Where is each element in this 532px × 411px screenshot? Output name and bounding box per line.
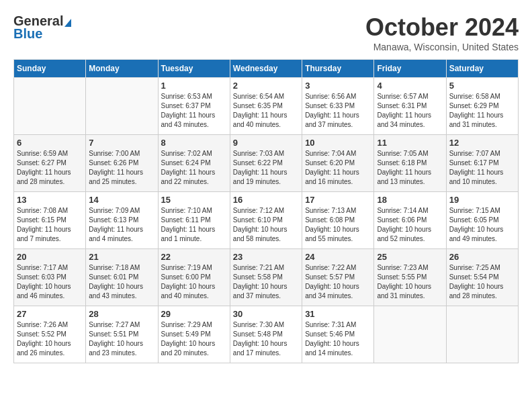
calendar-cell: 12Sunrise: 7:07 AMSunset: 6:17 PMDayligh…: [446, 135, 518, 192]
day-number: 7: [89, 138, 154, 148]
day-number: 3: [305, 81, 371, 91]
day-number: 12: [449, 138, 515, 148]
cell-info: Sunrise: 6:53 AMSunset: 6:37 PMDaylight:…: [161, 92, 227, 130]
calendar-week-row: 6Sunrise: 6:59 AMSunset: 6:27 PMDaylight…: [14, 135, 519, 192]
calendar-cell: 19Sunrise: 7:15 AMSunset: 6:05 PMDayligh…: [446, 192, 518, 249]
weekday-header: Sunday: [14, 60, 86, 78]
logo-blue-text: Blue: [13, 26, 42, 42]
weekday-header: Thursday: [302, 60, 374, 78]
cell-info: Sunrise: 7:07 AMSunset: 6:17 PMDaylight:…: [449, 149, 515, 187]
cell-info: Sunrise: 7:29 AMSunset: 5:49 PMDaylight:…: [161, 320, 227, 358]
calendar-cell: 21Sunrise: 7:18 AMSunset: 6:01 PMDayligh…: [86, 249, 158, 306]
title-area: October 2024 Manawa, Wisconsin, United S…: [365, 13, 519, 52]
calendar-cell: 17Sunrise: 7:13 AMSunset: 6:08 PMDayligh…: [302, 192, 374, 249]
cell-info: Sunrise: 7:14 AMSunset: 6:06 PMDaylight:…: [377, 206, 443, 244]
calendar-week-row: 1Sunrise: 6:53 AMSunset: 6:37 PMDaylight…: [14, 78, 519, 135]
calendar-cell: 1Sunrise: 6:53 AMSunset: 6:37 PMDaylight…: [158, 78, 230, 135]
cell-info: Sunrise: 6:58 AMSunset: 6:29 PMDaylight:…: [449, 92, 515, 130]
cell-info: Sunrise: 6:59 AMSunset: 6:27 PMDaylight:…: [17, 149, 83, 187]
calendar-cell: 15Sunrise: 7:10 AMSunset: 6:11 PMDayligh…: [158, 192, 230, 249]
cell-info: Sunrise: 6:54 AMSunset: 6:35 PMDaylight:…: [233, 92, 299, 130]
day-number: 25: [377, 252, 443, 262]
day-number: 23: [233, 252, 299, 262]
calendar-week-row: 13Sunrise: 7:08 AMSunset: 6:15 PMDayligh…: [14, 192, 519, 249]
calendar-cell: 5Sunrise: 6:58 AMSunset: 6:29 PMDaylight…: [446, 78, 518, 135]
calendar-cell: 13Sunrise: 7:08 AMSunset: 6:15 PMDayligh…: [14, 192, 86, 249]
calendar-week-row: 20Sunrise: 7:17 AMSunset: 6:03 PMDayligh…: [14, 249, 519, 306]
day-number: 31: [305, 309, 371, 319]
calendar-cell: 7Sunrise: 7:00 AMSunset: 6:26 PMDaylight…: [86, 135, 158, 192]
day-number: 13: [17, 195, 83, 205]
cell-info: Sunrise: 7:00 AMSunset: 6:26 PMDaylight:…: [89, 149, 154, 187]
calendar-cell: 24Sunrise: 7:22 AMSunset: 5:57 PMDayligh…: [302, 249, 374, 306]
day-number: 15: [161, 195, 227, 205]
calendar-cell: 4Sunrise: 6:57 AMSunset: 6:31 PMDaylight…: [374, 78, 446, 135]
cell-info: Sunrise: 7:04 AMSunset: 6:20 PMDaylight:…: [305, 149, 371, 187]
weekday-header: Monday: [86, 60, 158, 78]
day-number: 18: [377, 195, 443, 205]
day-number: 27: [17, 309, 83, 319]
calendar-cell: 30Sunrise: 7:30 AMSunset: 5:48 PMDayligh…: [230, 306, 302, 363]
calendar-cell: 28Sunrise: 7:27 AMSunset: 5:51 PMDayligh…: [86, 306, 158, 363]
cell-info: Sunrise: 7:10 AMSunset: 6:11 PMDaylight:…: [161, 206, 227, 244]
day-number: 1: [161, 81, 227, 91]
calendar-cell: [86, 78, 158, 135]
calendar-cell: 14Sunrise: 7:09 AMSunset: 6:13 PMDayligh…: [86, 192, 158, 249]
day-number: 26: [449, 252, 515, 262]
day-number: 19: [449, 195, 515, 205]
calendar-cell: 2Sunrise: 6:54 AMSunset: 6:35 PMDaylight…: [230, 78, 302, 135]
cell-info: Sunrise: 7:17 AMSunset: 6:03 PMDaylight:…: [17, 263, 83, 301]
cell-info: Sunrise: 7:31 AMSunset: 5:46 PMDaylight:…: [305, 320, 371, 358]
calendar-cell: [374, 306, 446, 363]
cell-info: Sunrise: 7:19 AMSunset: 6:00 PMDaylight:…: [161, 263, 227, 301]
weekday-header: Saturday: [446, 60, 518, 78]
cell-info: Sunrise: 7:23 AMSunset: 5:55 PMDaylight:…: [377, 263, 443, 301]
cell-info: Sunrise: 7:12 AMSunset: 6:10 PMDaylight:…: [233, 206, 299, 244]
day-number: 9: [233, 138, 299, 148]
day-number: 28: [89, 309, 154, 319]
day-number: 4: [377, 81, 443, 91]
cell-info: Sunrise: 7:30 AMSunset: 5:48 PMDaylight:…: [233, 320, 299, 358]
calendar-cell: 3Sunrise: 6:56 AMSunset: 6:33 PMDaylight…: [302, 78, 374, 135]
cell-info: Sunrise: 7:03 AMSunset: 6:22 PMDaylight:…: [233, 149, 299, 187]
weekday-header: Wednesday: [230, 60, 302, 78]
calendar-cell: [446, 306, 518, 363]
day-number: 2: [233, 81, 299, 91]
calendar-week-row: 27Sunrise: 7:26 AMSunset: 5:52 PMDayligh…: [14, 306, 519, 363]
day-number: 17: [305, 195, 371, 205]
calendar-cell: 27Sunrise: 7:26 AMSunset: 5:52 PMDayligh…: [14, 306, 86, 363]
cell-info: Sunrise: 7:25 AMSunset: 5:54 PMDaylight:…: [449, 263, 515, 301]
day-number: 21: [89, 252, 154, 262]
calendar-cell: 9Sunrise: 7:03 AMSunset: 6:22 PMDaylight…: [230, 135, 302, 192]
month-title: October 2024: [365, 13, 519, 42]
day-number: 30: [233, 309, 299, 319]
calendar-cell: 10Sunrise: 7:04 AMSunset: 6:20 PMDayligh…: [302, 135, 374, 192]
calendar-cell: 22Sunrise: 7:19 AMSunset: 6:00 PMDayligh…: [158, 249, 230, 306]
weekday-header-row: SundayMondayTuesdayWednesdayThursdayFrid…: [14, 60, 519, 78]
logo: General Blue: [13, 13, 71, 42]
day-number: 6: [17, 138, 83, 148]
cell-info: Sunrise: 6:57 AMSunset: 6:31 PMDaylight:…: [377, 92, 443, 130]
calendar-cell: 11Sunrise: 7:05 AMSunset: 6:18 PMDayligh…: [374, 135, 446, 192]
day-number: 8: [161, 138, 227, 148]
calendar-cell: [14, 78, 86, 135]
cell-info: Sunrise: 6:56 AMSunset: 6:33 PMDaylight:…: [305, 92, 371, 130]
cell-info: Sunrise: 7:22 AMSunset: 5:57 PMDaylight:…: [305, 263, 371, 301]
calendar-cell: 18Sunrise: 7:14 AMSunset: 6:06 PMDayligh…: [374, 192, 446, 249]
weekday-header: Friday: [374, 60, 446, 78]
day-number: 16: [233, 195, 299, 205]
day-number: 20: [17, 252, 83, 262]
calendar-cell: 29Sunrise: 7:29 AMSunset: 5:49 PMDayligh…: [158, 306, 230, 363]
cell-info: Sunrise: 7:18 AMSunset: 6:01 PMDaylight:…: [89, 263, 154, 301]
calendar-cell: 26Sunrise: 7:25 AMSunset: 5:54 PMDayligh…: [446, 249, 518, 306]
cell-info: Sunrise: 7:09 AMSunset: 6:13 PMDaylight:…: [89, 206, 154, 244]
day-number: 29: [161, 309, 227, 319]
calendar-cell: 8Sunrise: 7:02 AMSunset: 6:24 PMDaylight…: [158, 135, 230, 192]
calendar-cell: 31Sunrise: 7:31 AMSunset: 5:46 PMDayligh…: [302, 306, 374, 363]
location: Manawa, Wisconsin, United States: [365, 42, 519, 52]
cell-info: Sunrise: 7:08 AMSunset: 6:15 PMDaylight:…: [17, 206, 83, 244]
calendar-cell: 23Sunrise: 7:21 AMSunset: 5:58 PMDayligh…: [230, 249, 302, 306]
cell-info: Sunrise: 7:02 AMSunset: 6:24 PMDaylight:…: [161, 149, 227, 187]
weekday-header: Tuesday: [158, 60, 230, 78]
logo-triangle: [64, 19, 71, 27]
